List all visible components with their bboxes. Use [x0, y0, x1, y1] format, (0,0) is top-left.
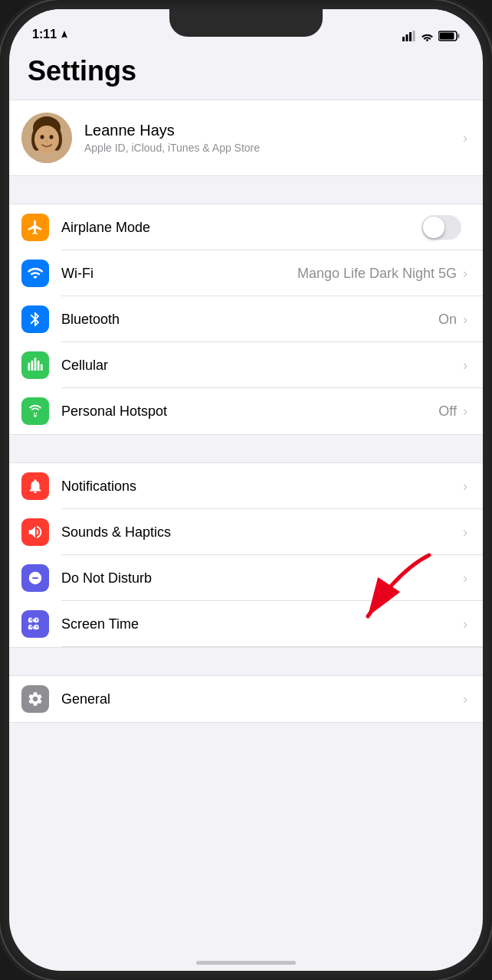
hotspot-chevron: ›: [463, 403, 467, 420]
donotdisturb-icon: [27, 570, 44, 586]
screentime-icon-bg: [21, 610, 49, 638]
status-time: 1:11: [32, 28, 69, 41]
system-group: Notifications › Sounds & Haptics ›: [9, 462, 483, 648]
wifi-label: Wi-Fi: [61, 266, 297, 282]
sounds-icon-bg: [21, 518, 49, 546]
screen: 1:11: [9, 9, 483, 971]
signal-icon: [402, 31, 416, 41]
wifi-row[interactable]: Wi-Fi Mango Life Dark Night 5G ›: [9, 250, 483, 296]
general-chevron: ›: [463, 691, 467, 707]
profile-chevron: ›: [463, 130, 467, 146]
notifications-icon: [27, 478, 44, 495]
cellular-row[interactable]: Cellular ›: [9, 342, 483, 388]
notch: [169, 9, 323, 37]
wifi-status-icon: [421, 31, 434, 41]
screentime-label: Screen Time: [61, 616, 463, 632]
hotspot-row[interactable]: Personal Hotspot Off ›: [9, 388, 483, 434]
profile-group: Leanne Hays Apple ID, iCloud, iTunes & A…: [9, 100, 483, 176]
airplane-mode-toggle[interactable]: [421, 215, 461, 240]
bluetooth-chevron: ›: [463, 312, 467, 328]
donotdisturb-icon-bg: [21, 564, 49, 592]
profile-name: Leanne Hays: [84, 122, 463, 139]
phone-frame: 1:11: [0, 0, 492, 980]
divider-3: [9, 648, 483, 675]
hotspot-label: Personal Hotspot: [61, 403, 438, 420]
notifications-row[interactable]: Notifications ›: [9, 463, 483, 509]
svg-point-13: [50, 135, 54, 139]
sounds-row[interactable]: Sounds & Haptics ›: [9, 509, 483, 555]
donotdisturb-label: Do Not Disturb: [61, 570, 463, 586]
bluetooth-value: On: [438, 312, 457, 328]
svg-rect-1: [406, 34, 408, 41]
bluetooth-label: Bluetooth: [61, 312, 438, 328]
bluetooth-icon-bg: [21, 305, 49, 333]
cellular-label: Cellular: [61, 358, 463, 374]
settings-content: Settings: [9, 47, 483, 971]
general-icon-bg: [21, 685, 49, 713]
cellular-icon-bg: [21, 351, 49, 379]
airplane-icon: [27, 219, 44, 236]
svg-rect-2: [409, 32, 412, 41]
sounds-label: Sounds & Haptics: [61, 524, 463, 541]
location-icon: [60, 30, 69, 39]
svg-point-12: [41, 135, 44, 139]
airplane-mode-label: Airplane Mode: [61, 220, 421, 236]
wifi-chevron: ›: [463, 266, 467, 282]
screentime-row[interactable]: Screen Time ›: [9, 601, 483, 647]
time-label: 1:11: [32, 28, 57, 41]
svg-rect-5: [440, 33, 454, 40]
hotspot-value: Off: [438, 403, 457, 420]
airplane-mode-row[interactable]: Airplane Mode: [9, 204, 483, 250]
airplane-mode-icon-bg: [21, 214, 49, 241]
screentime-icon: [27, 616, 44, 632]
divider-2: [9, 435, 483, 462]
notifications-chevron: ›: [463, 479, 467, 495]
profile-subtitle: Apple ID, iCloud, iTunes & App Store: [84, 142, 463, 154]
svg-point-14: [45, 140, 48, 142]
airplane-mode-knob: [423, 217, 444, 238]
page-title: Settings: [9, 47, 483, 100]
home-indicator: [196, 961, 296, 965]
connectivity-group: Airplane Mode Wi-Fi Mango Li: [9, 204, 483, 435]
status-icons: [402, 31, 460, 41]
battery-icon: [438, 31, 460, 41]
svg-rect-3: [413, 31, 415, 41]
general-row[interactable]: General ›: [9, 676, 483, 722]
divider-1: [9, 176, 483, 204]
svg-rect-6: [458, 34, 460, 38]
bluetooth-row[interactable]: Bluetooth On ›: [9, 296, 483, 342]
hotspot-icon-bg: [21, 397, 49, 425]
sounds-icon: [27, 524, 44, 541]
wifi-row-icon: [27, 265, 44, 282]
cellular-chevron: ›: [463, 358, 467, 374]
donotdisturb-chevron: ›: [463, 570, 467, 586]
general-icon: [27, 691, 44, 707]
avatar: [21, 113, 72, 163]
profile-row[interactable]: Leanne Hays Apple ID, iCloud, iTunes & A…: [9, 100, 483, 175]
bluetooth-icon: [27, 311, 44, 328]
wifi-value: Mango Life Dark Night 5G: [297, 266, 457, 282]
sounds-chevron: ›: [463, 524, 467, 541]
general-label: General: [61, 691, 463, 707]
general-group: General ›: [9, 675, 483, 723]
avatar-image: [21, 113, 72, 163]
notifications-icon-bg: [21, 472, 49, 500]
cellular-icon: [27, 357, 44, 374]
svg-point-11: [34, 126, 59, 153]
wifi-icon-bg: [21, 260, 49, 287]
svg-rect-0: [402, 37, 405, 41]
hotspot-icon: [27, 403, 44, 420]
donotdisturb-row[interactable]: Do Not Disturb ›: [9, 555, 483, 601]
screen-inner: 1:11: [9, 9, 483, 971]
notifications-label: Notifications: [61, 479, 463, 495]
profile-info: Leanne Hays Apple ID, iCloud, iTunes & A…: [84, 122, 463, 154]
screentime-chevron: ›: [463, 616, 467, 632]
